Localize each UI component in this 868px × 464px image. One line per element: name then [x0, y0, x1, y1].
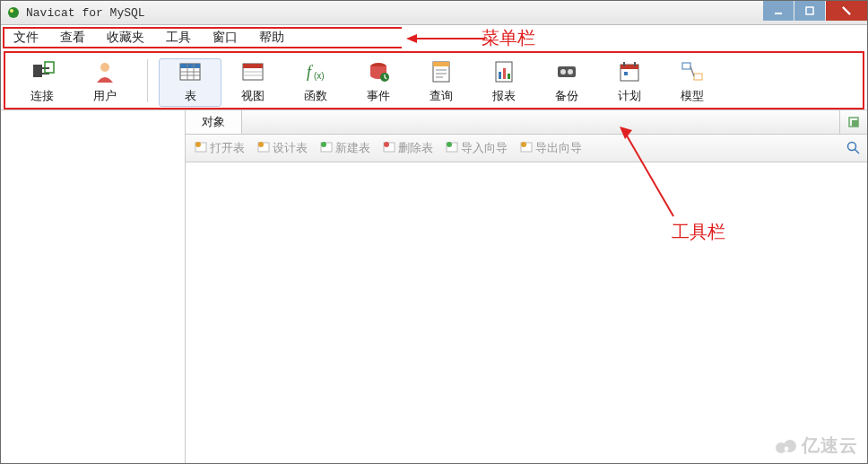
svg-point-62	[521, 142, 526, 147]
delete-table-icon	[383, 141, 395, 156]
svg-rect-50	[852, 120, 858, 127]
schedule-button[interactable]: 计划	[598, 58, 661, 107]
query-button[interactable]: 查询	[410, 58, 473, 107]
table-button[interactable]: 表	[159, 58, 221, 107]
backup-label: 备份	[555, 88, 578, 104]
export-label: 导出向导	[535, 140, 582, 156]
backup-button[interactable]: 备份	[535, 58, 598, 107]
main-pane: 对象 打开表设计表新建表删除表导入向导导出向导	[186, 110, 867, 464]
watermark: 亿速云	[775, 433, 858, 458]
svg-line-48	[690, 66, 694, 76]
schedule-icon	[617, 59, 642, 84]
menu-item-3[interactable]: 工具	[161, 30, 207, 46]
design-table-icon	[257, 141, 270, 156]
report-icon	[491, 59, 516, 84]
model-icon	[680, 59, 705, 84]
connection-tree-pane[interactable]	[1, 110, 186, 464]
svg-point-69	[785, 446, 789, 451]
menu-item-4[interactable]: 窗口	[207, 30, 254, 46]
svg-line-64	[855, 149, 859, 153]
svg-rect-37	[508, 74, 510, 79]
window-controls	[763, 1, 867, 21]
new-button[interactable]: 新建表	[317, 140, 374, 156]
titlebar: Navicat for MySQL	[1, 1, 867, 25]
object-tab-bar: 对象	[186, 110, 867, 135]
query-icon	[429, 59, 454, 84]
svg-point-12	[100, 63, 109, 72]
search-icon[interactable]	[846, 140, 862, 156]
svg-point-54	[258, 142, 264, 147]
open-table-icon	[195, 141, 207, 156]
svg-rect-14	[180, 64, 200, 68]
menu-item-1[interactable]: 查看	[55, 30, 101, 46]
table-label: 表	[185, 88, 196, 104]
schedule-label: 计划	[618, 88, 641, 104]
svg-point-52	[195, 142, 201, 147]
toolbar-group-1: 表视图f(x)函数事件查询报表备份计划模型	[153, 58, 729, 107]
new-label: 新建表	[335, 140, 370, 156]
svg-rect-35	[499, 72, 501, 79]
svg-line-5	[843, 7, 850, 14]
menu-item-0[interactable]: 文件	[8, 30, 55, 46]
app-window: Navicat for MySQL 文件查看收藏夹工具窗口帮助 菜单栏 连接用户…	[0, 0, 868, 464]
svg-text:(x): (x)	[314, 71, 325, 81]
design-button[interactable]: 设计表	[254, 140, 311, 156]
new-table-icon	[320, 141, 333, 156]
plug-icon	[30, 59, 55, 84]
backup-icon	[554, 59, 579, 84]
svg-point-39	[560, 69, 566, 74]
event-button[interactable]: 事件	[347, 58, 410, 107]
user-label: 用户	[93, 88, 117, 104]
menubar: 文件查看收藏夹工具窗口帮助	[3, 27, 402, 48]
object-toolbar: 打开表设计表新建表删除表导入向导导出向导	[186, 135, 867, 162]
svg-rect-3	[806, 7, 813, 14]
open-button[interactable]: 打开表	[191, 140, 248, 156]
annotation-menu-label: 菜单栏	[482, 26, 535, 50]
report-button[interactable]: 报表	[473, 58, 535, 107]
minimize-button[interactable]	[763, 1, 794, 21]
svg-text:f: f	[307, 63, 314, 81]
model-label: 模型	[681, 88, 704, 104]
watermark-text: 亿速云	[802, 433, 858, 458]
main-toolbar-box: 连接用户表视图f(x)函数事件查询报表备份计划模型	[4, 51, 864, 109]
app-icon	[6, 5, 21, 20]
tab-overflow-button[interactable]	[839, 110, 867, 134]
svg-rect-45	[624, 72, 628, 75]
svg-point-58	[384, 142, 389, 147]
function-label: 函数	[304, 88, 327, 104]
event-label: 事件	[367, 88, 390, 104]
maximize-button[interactable]	[794, 1, 825, 21]
svg-marker-7	[406, 34, 417, 43]
user-button[interactable]: 用户	[74, 58, 136, 107]
svg-rect-8	[33, 65, 42, 77]
svg-rect-20	[243, 64, 263, 68]
close-button[interactable]	[826, 1, 867, 21]
import-button[interactable]: 导入向导	[442, 140, 511, 156]
menu-item-2[interactable]: 收藏夹	[101, 30, 161, 46]
table-icon	[178, 59, 203, 84]
export-icon	[520, 141, 533, 156]
design-label: 设计表	[273, 140, 308, 156]
svg-point-1	[10, 9, 13, 13]
toolbar-group-0: 连接用户	[5, 58, 142, 107]
function-button[interactable]: f(x)函数	[284, 58, 347, 107]
object-tab-label: 对象	[202, 114, 225, 130]
user-icon	[92, 59, 117, 84]
function-icon: f(x)	[303, 59, 328, 84]
model-button[interactable]: 模型	[661, 58, 724, 107]
connect-button[interactable]: 连接	[11, 58, 74, 107]
delete-button[interactable]: 删除表	[379, 140, 437, 156]
connect-label: 连接	[30, 88, 54, 104]
object-list-area[interactable]	[186, 162, 867, 464]
delete-label: 删除表	[398, 140, 433, 156]
body-split: 对象 打开表设计表新建表删除表导入向导导出向导	[1, 109, 867, 464]
export-button[interactable]: 导出向导	[516, 140, 586, 156]
menu-item-5[interactable]: 帮助	[254, 30, 300, 46]
toolbar-separator	[147, 59, 148, 102]
import-icon	[446, 141, 458, 156]
svg-point-60	[447, 142, 452, 147]
open-label: 打开表	[210, 140, 245, 156]
object-tab[interactable]: 对象	[186, 110, 242, 134]
event-icon	[366, 59, 391, 84]
view-button[interactable]: 视图	[221, 58, 284, 107]
